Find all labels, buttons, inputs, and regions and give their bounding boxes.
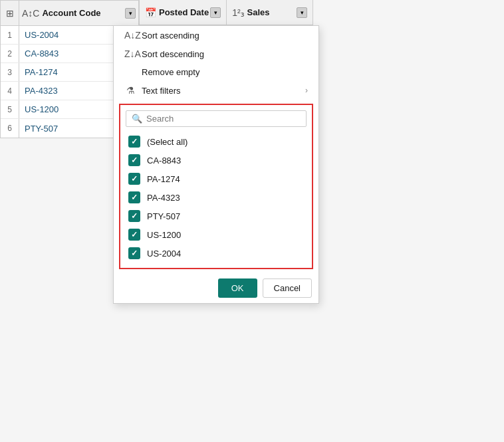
spreadsheet-container: ⊞ A↕C Account Code ▾ 1 US-2004 2 CA-8843… <box>0 0 504 442</box>
search-icon: 🔍 <box>132 114 142 124</box>
col3-dropdown-arrow[interactable]: ▾ <box>297 7 307 18</box>
col1-label: Account Code <box>42 8 124 18</box>
checkbox-list: ✓ (Select all) ✓ CA-8843 ✓ PA-1274 ✓ PA-… <box>126 132 307 263</box>
row-number: 1 <box>1 26 19 44</box>
filter-panel: 🔍 ✓ (Select all) ✓ CA-8843 ✓ PA-1274 ✓ P… <box>119 104 313 269</box>
sort-asc-label: Sort ascending <box>142 31 308 41</box>
checkbox-label: PA-1274 <box>147 174 180 184</box>
remove-empty-item[interactable]: Remove empty <box>114 63 318 81</box>
checkbox: ✓ <box>128 136 140 148</box>
cancel-button[interactable]: Cancel <box>263 278 312 298</box>
text-filters-arrow: › <box>305 86 308 95</box>
row-number: 3 <box>1 63 19 81</box>
sort-asc-icon: A↓Z <box>124 30 136 41</box>
row-number: 6 <box>1 119 19 138</box>
check-icon: ✓ <box>131 249 138 258</box>
row-number: 2 <box>1 45 19 62</box>
checkbox: ✓ <box>128 229 140 241</box>
text-filters-label: Text filters <box>142 86 305 96</box>
search-box[interactable]: 🔍 <box>126 110 307 127</box>
checkbox: ✓ <box>128 173 140 185</box>
row-number: 5 <box>1 100 19 118</box>
check-icon: ✓ <box>131 137 138 146</box>
checkbox: ✓ <box>128 191 140 203</box>
checkbox-item[interactable]: ✓ US-2004 <box>126 244 307 263</box>
dropdown-menu: A↓Z Sort ascending Z↓A Sort descending R… <box>113 25 319 304</box>
checkbox-item[interactable]: ✓ PA-4323 <box>126 188 307 207</box>
col2-label: Posted Date <box>159 7 209 17</box>
col3-header: 1²₃ Sales ▾ <box>227 0 313 25</box>
table-header: ⊞ A↕C Account Code ▾ <box>1 1 139 26</box>
checkbox-label: (Select all) <box>147 137 188 147</box>
checkbox-item[interactable]: ✓ US-1200 <box>126 225 307 244</box>
checkbox: ✓ <box>128 247 140 259</box>
extra-headers: 📅 Posted Date ▾ 1²₃ Sales ▾ <box>140 0 313 25</box>
remove-empty-label: Remove empty <box>142 67 308 77</box>
col1-header: A↕C Account Code ▾ <box>19 1 139 25</box>
checkbox-item[interactable]: ✓ PTY-507 <box>126 207 307 225</box>
col2-dropdown-arrow[interactable]: ▾ <box>210 7 221 18</box>
grid-icon: ⊞ <box>6 8 14 19</box>
sort-desc-item[interactable]: Z↓A Sort descending <box>114 45 318 63</box>
checkbox-label: PA-4323 <box>147 193 180 203</box>
checkbox-item[interactable]: ✓ PA-1274 <box>126 169 307 188</box>
checkbox-label: US-1200 <box>147 230 181 240</box>
funnel-icon: ⚗ <box>124 85 136 96</box>
abc-icon: A↕C <box>22 8 39 19</box>
checkbox: ✓ <box>128 210 140 222</box>
checkbox: ✓ <box>128 154 140 166</box>
ok-button[interactable]: OK <box>218 278 257 298</box>
col1-dropdown-arrow[interactable]: ▾ <box>125 8 136 19</box>
sort-desc-label: Sort descending <box>142 49 308 59</box>
checkbox-item[interactable]: ✓ (Select all) <box>126 132 307 151</box>
number-icon: 1²₃ <box>232 7 244 18</box>
calendar-icon: 📅 <box>145 7 156 18</box>
search-input[interactable] <box>146 114 301 124</box>
checkbox-label: PTY-507 <box>147 211 180 221</box>
sort-asc-item[interactable]: A↓Z Sort ascending <box>114 26 318 45</box>
col3-label: Sales <box>247 7 296 17</box>
check-icon: ✓ <box>131 174 138 183</box>
sort-desc-icon: Z↓A <box>124 49 136 59</box>
check-icon: ✓ <box>131 211 138 221</box>
checkbox-label: CA-8843 <box>147 156 181 166</box>
row-number: 4 <box>1 82 19 100</box>
checkbox-item[interactable]: ✓ CA-8843 <box>126 151 307 169</box>
row-num-header: ⊞ <box>1 1 19 25</box>
check-icon: ✓ <box>131 193 138 202</box>
text-filters-item[interactable]: ⚗ Text filters › <box>114 81 318 100</box>
check-icon: ✓ <box>131 156 138 165</box>
col2-header: 📅 Posted Date ▾ <box>140 0 227 25</box>
menu-footer: OK Cancel <box>114 273 318 303</box>
checkbox-label: US-2004 <box>147 249 181 259</box>
check-icon: ✓ <box>131 230 138 239</box>
